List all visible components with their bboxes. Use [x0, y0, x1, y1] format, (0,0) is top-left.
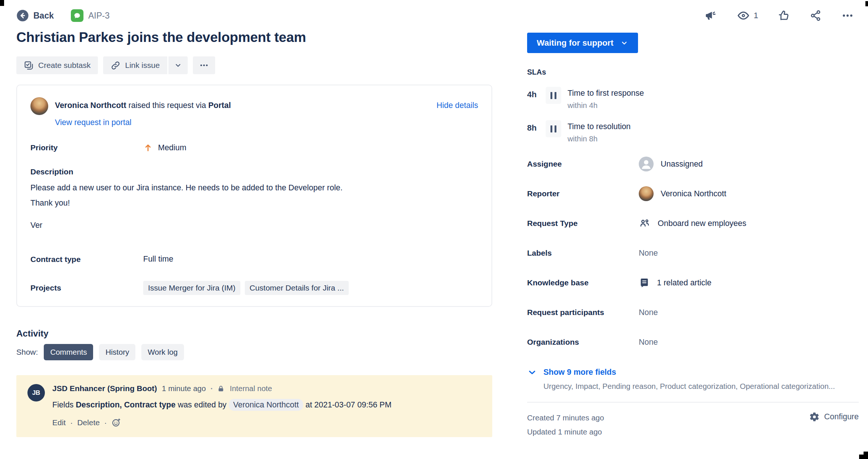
raised-channel: Portal — [208, 101, 231, 110]
issue-toolbar: Create subtask Link issue — [16, 56, 492, 74]
assignee-value[interactable]: Unassigned — [639, 157, 703, 171]
lock-icon — [217, 385, 225, 393]
sla-row-resolution[interactable]: 8h Time to resolution within 8h — [527, 120, 859, 143]
dot-separator: · — [104, 418, 107, 427]
link-issue-label: Link issue — [125, 61, 160, 70]
contract-type-label: Contract type — [30, 255, 143, 264]
issue-key-label: AIP-3 — [88, 11, 110, 21]
internal-note-badge: Internal note — [230, 384, 272, 393]
vote-thumbs-up-icon[interactable] — [777, 9, 790, 22]
screen-artifact — [0, 0, 4, 6]
sla-name: Time to first response — [568, 87, 644, 98]
add-reaction-icon[interactable] — [111, 418, 121, 427]
projects-label: Projects — [30, 283, 143, 292]
dot-separator: • — [211, 386, 213, 391]
knowledge-base-value[interactable]: 1 related article — [639, 277, 711, 288]
view-request-in-portal-link[interactable]: View request in portal — [55, 118, 478, 127]
reporter-field: Reporter Veronica Northcott — [527, 179, 859, 209]
request-type-value[interactable]: Onboard new employees — [639, 217, 746, 229]
contract-type-value[interactable]: Full time — [143, 255, 173, 264]
user-mention[interactable]: Veronica Northcott — [229, 399, 303, 411]
priority-label: Priority — [30, 143, 143, 152]
status-dropdown-button[interactable]: Waiting for support — [527, 33, 638, 53]
back-icon — [16, 9, 29, 22]
filter-history-button[interactable]: History — [99, 344, 135, 360]
share-icon[interactable] — [809, 9, 822, 22]
gear-icon — [809, 412, 820, 422]
ellipsis-icon — [199, 60, 209, 71]
sla-paused-icon — [546, 87, 561, 104]
comment-author-avatar[interactable]: JB — [27, 384, 45, 401]
assignee-label: Assignee — [527, 160, 639, 168]
raised-by-name: Veronica Northcott — [55, 101, 126, 110]
issue-title[interactable]: Christian Parkes joins the development t… — [16, 30, 492, 45]
organizations-value[interactable]: None — [639, 338, 658, 347]
comment-body-prefix: Fields — [52, 400, 73, 409]
slas-heading: SLAs — [527, 68, 859, 76]
back-button[interactable]: Back — [16, 9, 54, 22]
activity-heading: Activity — [16, 328, 492, 339]
status-label: Waiting for support — [537, 38, 614, 48]
create-subtask-label: Create subtask — [38, 61, 91, 70]
filter-comments-button[interactable]: Comments — [44, 344, 93, 360]
priority-value: Medium — [158, 143, 186, 153]
issue-main-panel: Christian Parkes joins the development t… — [16, 24, 492, 437]
filter-worklog-button[interactable]: Work log — [141, 344, 184, 360]
issue-key[interactable]: AIP-3 — [71, 9, 110, 22]
knowledge-base-label: Knowledge base — [527, 278, 639, 287]
description-line[interactable]: Thank you! — [30, 197, 478, 209]
project-tag[interactable]: Issue Merger for Jira (IM) — [143, 281, 240, 295]
configure-button[interactable]: Configure — [809, 411, 859, 422]
back-label: Back — [33, 11, 54, 21]
sla-time: 4h — [527, 87, 544, 99]
delete-comment-link[interactable]: Delete — [77, 418, 100, 427]
watch-count: 1 — [754, 11, 758, 20]
contract-type-field: Contract type Full time — [30, 255, 478, 264]
reporter-avatar[interactable] — [30, 97, 48, 115]
internal-note-comment: JB JSD Enhancer (Spring Boot) 1 minute a… — [16, 375, 492, 437]
knowledge-base-field: Knowledge base 1 related article — [527, 268, 859, 298]
request-participants-value[interactable]: None — [639, 308, 658, 317]
description-label: Description — [30, 167, 143, 176]
organizations-label: Organizations — [527, 338, 639, 347]
hide-details-link[interactable]: Hide details — [437, 97, 478, 110]
updated-timestamp: Updated 1 minute ago — [527, 425, 604, 439]
labels-label: Labels — [527, 249, 639, 258]
request-participants-field: Request participants None — [527, 298, 859, 327]
watchers-button[interactable]: 1 — [737, 9, 758, 22]
labels-value[interactable]: None — [639, 249, 658, 258]
chevron-down-icon — [174, 61, 182, 69]
priority-field: Priority Medium — [30, 143, 478, 153]
sla-row-first-response[interactable]: 4h Time to first response within 4h — [527, 87, 859, 110]
create-subtask-button[interactable]: Create subtask — [16, 56, 98, 74]
comment-body-suffix: at 2021-03-07 09:56 PM — [305, 400, 391, 409]
toolbar-more-button[interactable] — [193, 56, 215, 74]
feedback-megaphone-icon[interactable] — [705, 9, 717, 22]
show-label: Show: — [16, 348, 38, 357]
comment-body-middle: was edited by — [178, 400, 226, 409]
dot-separator: · — [70, 418, 73, 427]
people-icon — [639, 217, 651, 229]
comment-timestamp[interactable]: 1 minute ago — [162, 384, 206, 393]
issue-side-panel: Waiting for support SLAs 4h Time to firs… — [527, 24, 859, 439]
description-line[interactable]: Ver — [30, 220, 478, 231]
edit-comment-link[interactable]: Edit — [52, 418, 66, 427]
sla-goal: within 8h — [568, 134, 631, 143]
priority-medium-icon — [143, 143, 153, 153]
reporter-value[interactable]: Veronica Northcott — [639, 186, 726, 201]
show-more-fields-link[interactable]: Show 9 more fields — [527, 367, 859, 377]
more-actions-icon[interactable] — [841, 9, 854, 22]
description-line[interactable]: Please add a new user to our Jira instan… — [30, 182, 478, 193]
screen-artifact — [864, 452, 868, 455]
project-tag[interactable]: Customer Details for Jira ... — [245, 281, 349, 295]
comment-edited-fields: Description, Contract type — [76, 400, 175, 409]
more-fields-preview: Urgency, Impact, Pending reason, Product… — [543, 382, 859, 391]
labels-field: Labels None — [527, 238, 859, 268]
created-timestamp: Created 7 minutes ago — [527, 411, 604, 425]
sla-name: Time to resolution — [568, 120, 631, 131]
screen-artifact — [865, 1, 868, 6]
jira-issue-page: Back AIP-3 1 — [0, 0, 868, 459]
link-issue-dropdown-button[interactable] — [168, 56, 188, 74]
link-issue-button[interactable]: Link issue — [103, 56, 167, 74]
comment-author[interactable]: JSD Enhancer (Spring Boot) — [52, 384, 157, 393]
